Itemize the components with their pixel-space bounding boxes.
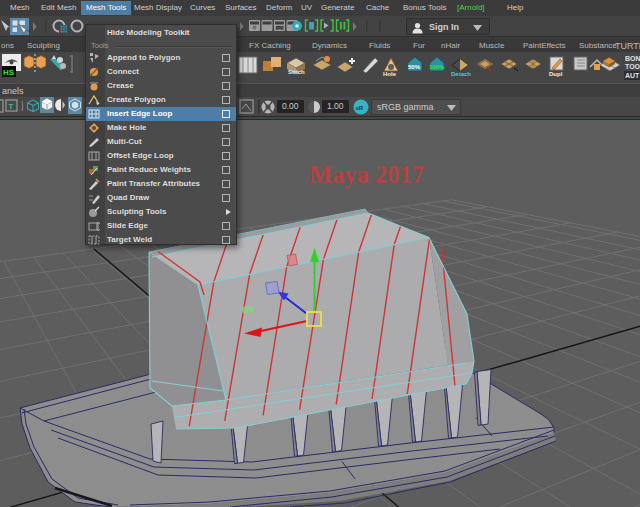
svg-text:50%: 50% (408, 64, 421, 70)
svg-text:Hole: Hole (383, 71, 397, 77)
svg-text:Maya 2017: Maya 2017 (309, 161, 424, 188)
svg-text:T: T (9, 102, 14, 111)
svg-text:Stitch: Stitch (288, 69, 305, 75)
svg-text:100%: 100% (429, 64, 445, 70)
svg-text:Detach: Detach (451, 71, 471, 77)
svg-text:HS: HS (3, 68, 15, 77)
svg-text:sR: sR (356, 105, 364, 111)
svg-text:Dupl: Dupl (549, 71, 563, 77)
svg-text:AUT: AUT (625, 72, 640, 79)
svg-text:IPR: IPR (276, 25, 285, 31)
svg-text:BON: BON (625, 55, 640, 62)
svg-text:TOO: TOO (625, 63, 640, 70)
